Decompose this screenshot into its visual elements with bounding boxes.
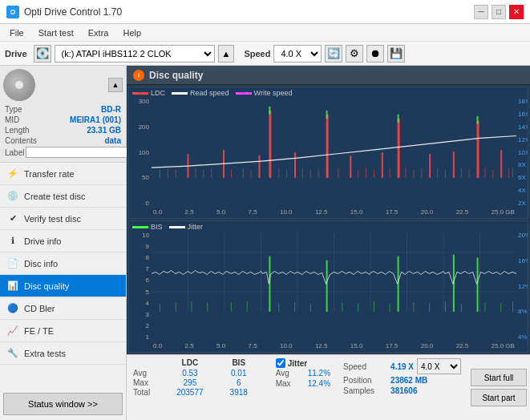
svg-rect-96 — [461, 304, 462, 312]
max-ldc: 295 — [166, 378, 214, 387]
main-layout: ▲ Type BD-R MID MEIRA1 (001) Length 23.3… — [0, 66, 530, 420]
svg-rect-55 — [492, 170, 493, 178]
writespeed-legend-label: Write speed — [254, 89, 293, 97]
svg-rect-76 — [326, 260, 328, 312]
svg-rect-40 — [310, 170, 311, 178]
minimize-button[interactable]: ─ — [474, 5, 488, 19]
chart1-xaxis: 0.0 2.5 5.0 7.5 10.0 12.5 15.0 17.5 20.0… — [152, 207, 516, 218]
nav-disc-quality[interactable]: 📊 Disc quality — [0, 275, 126, 297]
max-bis: 6 — [215, 378, 263, 387]
extra-tests-icon: 🔧 — [6, 347, 19, 360]
svg-rect-99 — [512, 301, 513, 312]
svg-rect-91 — [374, 301, 374, 312]
chart2-svg — [152, 232, 516, 312]
toolbar: Drive 💽 (k:) ATAPI iHBS112 2 CLOK ▲ Spee… — [0, 42, 530, 66]
avg-ldc: 0.53 — [166, 369, 214, 378]
start-part-button[interactable]: Start part — [471, 389, 527, 406]
svg-rect-24 — [429, 154, 431, 178]
svg-rect-42 — [338, 168, 338, 178]
save-icon[interactable]: 💾 — [387, 45, 405, 63]
menu-extra[interactable]: Extra — [82, 26, 115, 39]
nav-transfer-rate[interactable]: ⚡ Transfer rate — [0, 163, 126, 185]
drive-info-icon: ℹ — [6, 235, 19, 248]
disc-quality-icon: 📊 — [6, 280, 19, 293]
svg-rect-29 — [168, 168, 168, 178]
jitter-checkbox[interactable] — [276, 358, 285, 368]
settings-icon[interactable]: ⚙ — [346, 45, 363, 63]
position-key: Position — [343, 376, 387, 385]
svg-rect-37 — [278, 168, 279, 178]
nav-create-test-disc[interactable]: 💿 Create test disc — [0, 185, 126, 208]
chart1-yaxis-left: 300 200 100 50 0 — [129, 99, 152, 207]
speed-dropdown[interactable]: 4.0 X 8.0 X Max — [417, 358, 461, 374]
eject-button[interactable]: ▲ — [218, 45, 235, 63]
avg-label: Avg — [133, 369, 165, 378]
fe-te-icon: 📈 — [6, 325, 19, 337]
nav-cd-bler[interactable]: 🔵 CD Bler — [0, 297, 126, 320]
svg-rect-89 — [342, 302, 342, 312]
sidebar: ▲ Type BD-R MID MEIRA1 (001) Length 23.3… — [0, 66, 127, 420]
start-full-button[interactable]: Start full — [471, 369, 527, 386]
bis-legend-label: BIS — [151, 223, 163, 231]
svg-rect-26 — [477, 121, 479, 178]
refresh-icon[interactable]: 🔄 — [325, 45, 342, 63]
svg-rect-23 — [398, 119, 400, 178]
type-value: BD-R — [101, 105, 121, 114]
record-icon[interactable]: ⏺ — [366, 45, 384, 63]
close-button[interactable]: ✕ — [509, 5, 524, 19]
drive-select[interactable]: (k:) ATAPI iHBS112 2 CLOK — [55, 45, 215, 63]
label-input[interactable] — [26, 147, 132, 158]
disc-icon — [3, 69, 35, 101]
nav-drive-info[interactable]: ℹ Drive info — [0, 230, 126, 252]
svg-rect-31 — [195, 168, 196, 178]
svg-rect-88 — [310, 304, 311, 312]
length-value: 23.31 GB — [87, 126, 121, 135]
svg-rect-84 — [231, 302, 232, 312]
nav-label-disc-quality: Disc quality — [24, 281, 69, 291]
menu-file[interactable]: File — [3, 26, 30, 39]
bis-header: BIS — [215, 358, 263, 367]
svg-rect-85 — [247, 301, 248, 312]
chart2: BIS Jitter 10 9 8 7 6 5 4 3 — [128, 220, 528, 353]
nav-disc-info[interactable]: 📄 Disc info — [0, 252, 126, 275]
type-label: Type — [5, 105, 22, 114]
svg-rect-93 — [413, 302, 414, 312]
svg-rect-50 — [437, 168, 438, 178]
svg-rect-83 — [207, 303, 208, 312]
svg-rect-52 — [461, 168, 462, 178]
svg-rect-27 — [500, 150, 502, 178]
svg-rect-32 — [203, 170, 204, 178]
menu-starttest[interactable]: Start test — [32, 26, 80, 39]
svg-rect-60 — [398, 115, 399, 123]
content-title: Disc quality — [149, 70, 203, 81]
transfer-rate-icon: ⚡ — [6, 168, 19, 180]
nav-fe-te[interactable]: 📈 FE / TE — [0, 320, 126, 342]
nav-extra-tests[interactable]: 🔧 Extra tests — [0, 342, 126, 365]
chart2-yaxis-right: 20% 16% 12% 8% 4% — [516, 232, 528, 341]
create-test-disc-icon: 💿 — [6, 190, 19, 203]
jitter-legend-label: Jitter — [188, 223, 204, 231]
svg-rect-28 — [160, 170, 160, 178]
samples-val: 381606 — [390, 386, 417, 395]
svg-rect-18 — [269, 111, 271, 178]
total-bis: 3918 — [215, 388, 263, 397]
jitter-avg-val: 11.2% — [308, 369, 330, 378]
readspeed-legend-color — [172, 92, 188, 95]
svg-rect-45 — [374, 169, 374, 178]
svg-rect-81 — [176, 302, 176, 312]
nav-label-extra-tests: Extra tests — [24, 349, 66, 358]
total-label: Total — [133, 388, 165, 397]
nav-label-fe-te: FE / TE — [24, 326, 54, 336]
app-title: Opti Drive Control 1.70 — [24, 6, 122, 18]
svg-rect-14 — [152, 99, 516, 178]
svg-rect-54 — [484, 168, 485, 178]
disc-eject-button[interactable]: ▲ — [108, 78, 123, 92]
svg-rect-47 — [406, 168, 407, 178]
nav-verify-test-disc[interactable]: ✔ Verify test disc — [0, 208, 126, 230]
ldc-legend-color — [132, 92, 148, 95]
restore-button[interactable]: □ — [492, 5, 506, 19]
speed-select[interactable]: 4.0 X — [273, 45, 322, 63]
menu-help[interactable]: Help — [116, 26, 148, 39]
status-window-button[interactable]: Status window >> — [3, 393, 123, 415]
svg-rect-35 — [243, 168, 244, 178]
